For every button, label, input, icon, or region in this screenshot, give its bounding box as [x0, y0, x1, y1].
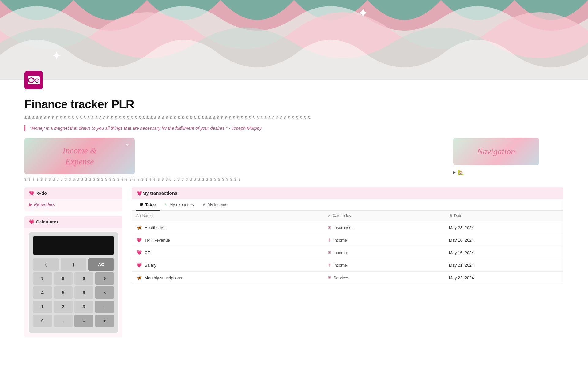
divider-top: $ $ $ $ $ $ $ $ $ $ $ $ $ $ $ $ $ $ $ $ … [24, 115, 564, 120]
btn-1[interactable]: 1 [33, 301, 52, 313]
btn-multiply[interactable]: × [95, 286, 114, 299]
cell-date: May 21, 2024 [445, 259, 563, 272]
transactions-tabs: ⊞ Table ✓ My expenses ⊕ My income [132, 199, 563, 211]
category-value: Income [333, 250, 347, 255]
cell-name: 🦋 Monthly suscriptions [132, 272, 323, 284]
calc-row-2: 7 8 9 ÷ [33, 272, 114, 285]
cell-name: 💗 Salary [132, 259, 323, 272]
navigation-emoji: 🏡 [458, 170, 464, 175]
page-icon: ◎ [24, 71, 43, 89]
category-icon: ✳ [328, 238, 331, 242]
btn-4[interactable]: 4 [33, 286, 52, 299]
btn-3[interactable]: 3 [74, 301, 93, 313]
row-emoji: 💗 [136, 237, 142, 243]
row-emoji: 💗 [136, 250, 142, 255]
cell-name: 💗 CF [132, 246, 323, 259]
navigation-panel: Navigation ▶ 🏡 [453, 138, 539, 177]
category-value: Services [333, 275, 349, 280]
transactions-body: ⊞ Table ✓ My expenses ⊕ My income [132, 199, 564, 284]
category-value: Income [333, 263, 347, 268]
reminders-toggle-icon: ▶ [29, 202, 32, 207]
row-name: Healthcare [145, 225, 164, 230]
btn-0[interactable]: 0 [33, 315, 52, 327]
row-emoji: 🦋 [136, 225, 142, 230]
category-icon: ✳ [328, 263, 331, 268]
page-title: Finance tracker PLR [24, 98, 564, 111]
hero-banner: ✦ ✦ [0, 0, 588, 80]
row-emoji: 🦋 [136, 275, 142, 280]
transactions-table: Aa Name ↗ Categories [132, 211, 563, 284]
todo-section: ▶ Reminders [24, 199, 123, 211]
quote-text: "Money is a magnet that draws to you all… [30, 126, 262, 131]
svg-text:✦: ✦ [357, 6, 369, 21]
calc-row-4: 1 2 3 - [33, 301, 114, 313]
table-row[interactable]: 💗 Salary ✳ Income May 21, 2024 [132, 259, 563, 272]
categories-col-icon: ↗ [328, 214, 331, 218]
category-icon: ✳ [328, 250, 331, 255]
col-header-name: Aa Name [132, 211, 323, 221]
cell-date: May 23, 2024 [445, 221, 563, 234]
calc-row-5: 0 . = + [33, 315, 114, 327]
row-name: Salary [145, 263, 156, 268]
btn-9[interactable]: 9 [74, 272, 93, 285]
tab-table[interactable]: ⊞ Table [136, 199, 160, 211]
category-icon: ✳ [328, 275, 331, 280]
table-row[interactable]: 💗 CF ✳ Income May 16, 2024 [132, 246, 563, 259]
btn-2[interactable]: 2 [54, 301, 73, 313]
btn-open-paren[interactable]: ( [33, 258, 59, 271]
row-emoji: 💗 [136, 262, 142, 268]
navigation-toggle[interactable]: ▶ 🏡 [453, 168, 539, 177]
date-col-icon: 🗓 [449, 214, 453, 218]
cell-category: ✳ Services [323, 272, 444, 284]
col-header-categories: ↗ Categories [323, 211, 444, 221]
cell-category: ✳ Income [323, 259, 444, 272]
table-row[interactable]: 🦋 Monthly suscriptions ✳ Services May 22… [132, 272, 563, 284]
table-row[interactable]: 💗 TPT Revenue ✳ Income May 16, 2024 [132, 234, 563, 246]
btn-decimal[interactable]: . [54, 315, 73, 327]
transactions-panel: 💗My transactions ⊞ Table ✓ My expenses ⊕… [132, 187, 564, 337]
calculator-body: ( ) AC 7 8 9 ÷ 4 5 6 [24, 228, 123, 337]
reminders-row[interactable]: ▶ Reminders [29, 202, 118, 207]
category-icon: ✳ [328, 225, 331, 230]
btn-5[interactable]: 5 [54, 286, 73, 299]
tab-table-label: Table [145, 202, 156, 207]
income-banner-text: Income &Expense [62, 145, 96, 167]
row-name: CF [145, 250, 150, 255]
btn-ac[interactable]: AC [88, 258, 114, 271]
page-icon-inner: ◎ [28, 76, 40, 84]
table-row[interactable]: 🦋 Healthcare ✳ Insurances May 23, 2024 [132, 221, 563, 234]
transactions-header: 💗My transactions [132, 187, 564, 199]
row-name: Monthly suscriptions [145, 275, 182, 280]
income-tab-icon: ⊕ [202, 202, 206, 207]
navigation-banner: Navigation [453, 138, 539, 165]
tab-my-income[interactable]: ⊕ My income [198, 199, 232, 211]
triangle-icon: ▶ [453, 170, 456, 174]
tab-my-expenses[interactable]: ✓ My expenses [160, 199, 198, 211]
calculator-header: 💗 Calculator [24, 216, 123, 228]
divider-bottom: $ $ $ $ $ $ $ $ $ $ $ $ $ $ $ $ $ $ $ $ … [24, 178, 564, 181]
reminders-label: Reminders [34, 202, 55, 207]
cell-date: May 16, 2024 [445, 234, 563, 246]
btn-equals[interactable]: = [74, 315, 93, 327]
tab-expenses-label: My expenses [169, 202, 194, 207]
quote-block: "Money is a magnet that draws to you all… [24, 125, 564, 131]
btn-add[interactable]: + [95, 315, 114, 327]
row-name: TPT Revenue [145, 238, 170, 242]
btn-7[interactable]: 7 [33, 272, 52, 285]
cell-name: 🦋 Healthcare [132, 221, 323, 234]
cell-date: May 22, 2024 [445, 272, 563, 284]
calc-row-1: ( ) AC [33, 258, 114, 271]
income-expense-banner: Income &Expense [24, 138, 135, 174]
cell-category: ✳ Income [323, 246, 444, 259]
btn-subtract[interactable]: - [95, 301, 114, 313]
btn-close-paren[interactable]: ) [61, 258, 86, 271]
calculator: ( ) AC 7 8 9 ÷ 4 5 6 [29, 232, 118, 333]
btn-divide[interactable]: ÷ [95, 272, 114, 285]
btn-6[interactable]: 6 [74, 286, 93, 299]
cell-category: ✳ Insurances [323, 221, 444, 234]
btn-8[interactable]: 8 [54, 272, 73, 285]
calculator-display [33, 236, 114, 255]
tab-income-label: My income [208, 202, 228, 207]
category-value: Income [333, 238, 347, 242]
svg-text:✦: ✦ [52, 49, 62, 62]
